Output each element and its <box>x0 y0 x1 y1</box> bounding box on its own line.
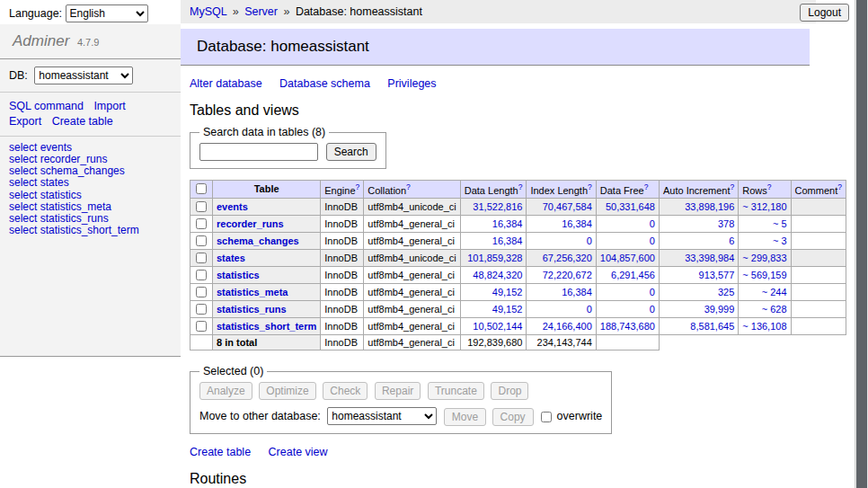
database-action-link[interactable]: Privileges <box>387 77 436 90</box>
data-length-link[interactable]: 101,859,328 <box>467 253 522 263</box>
sidebar-table-select-link[interactable]: select events <box>9 141 72 154</box>
sidebar-table-select-link[interactable]: select statistics_meta <box>9 200 111 213</box>
row-checkbox[interactable] <box>196 201 207 212</box>
row-checkbox[interactable] <box>196 270 207 280</box>
move-db-select[interactable]: homeassistant <box>327 407 437 425</box>
rows-count-link[interactable]: ~ 312,180 <box>742 201 786 212</box>
doc-link[interactable]: ? <box>644 182 649 191</box>
doc-link[interactable]: ? <box>518 182 523 191</box>
doc-link[interactable]: ? <box>767 182 772 191</box>
sidebar-link[interactable]: Export <box>9 115 41 128</box>
auto-increment-link[interactable]: 6 <box>729 235 734 246</box>
data-free-link[interactable]: 0 <box>650 218 655 229</box>
breadcrumb-link-server[interactable]: Server <box>244 5 278 18</box>
breadcrumb-link-mysql[interactable]: MySQL <box>190 5 226 18</box>
sidebar-table-select-link[interactable]: select schema_changes <box>9 164 125 177</box>
scrollbar-thumb[interactable] <box>856 0 867 488</box>
scrollbar[interactable] <box>855 0 868 488</box>
row-checkbox[interactable] <box>196 253 207 263</box>
table-row: schema_changes InnoDB utf8mb4_general_ci… <box>190 232 846 249</box>
create-link[interactable]: Create view <box>269 446 328 458</box>
rows-count-link[interactable]: ~ 3 <box>773 235 787 246</box>
table-name-link[interactable]: statistics <box>217 270 260 280</box>
rows-count-link[interactable]: ~ 299,833 <box>742 253 786 263</box>
row-checkbox[interactable] <box>196 287 207 297</box>
auto-increment-link[interactable]: 39,999 <box>704 304 735 315</box>
row-checkbox[interactable] <box>196 218 207 229</box>
rows-count-link[interactable]: ~ 244 <box>762 287 787 297</box>
data-free-link[interactable]: 6,291,456 <box>611 270 655 280</box>
sidebar-table-select-link[interactable]: select recorder_runs <box>9 153 107 165</box>
rows-count-link[interactable]: ~ 5 <box>773 218 787 229</box>
data-length-link[interactable]: 16,384 <box>492 218 523 229</box>
data-free-link[interactable]: 0 <box>650 235 655 246</box>
data-free-link[interactable]: 0 <box>650 304 655 315</box>
bulk-action-button: Truncate <box>428 382 484 400</box>
index-length-link[interactable]: 16,384 <box>562 287 592 297</box>
data-length-link[interactable]: 16,384 <box>492 235 523 246</box>
row-checkbox[interactable] <box>196 321 207 332</box>
rows-count-link[interactable]: ~ 628 <box>762 304 787 315</box>
sidebar-table-select-link[interactable]: select states <box>9 176 69 189</box>
table-name-link[interactable]: statistics_meta <box>217 287 288 297</box>
select-all-checkbox[interactable] <box>196 183 207 194</box>
data-free-link[interactable]: 50,331,648 <box>606 201 655 212</box>
index-length-link[interactable]: 16,384 <box>562 218 592 229</box>
move-label: Move to other database: <box>199 410 321 422</box>
auto-increment-link[interactable]: 8,581,645 <box>690 321 734 332</box>
search-button[interactable]: Search <box>326 143 376 161</box>
index-length-link[interactable]: 72,220,672 <box>543 270 592 280</box>
auto-increment-link[interactable]: 378 <box>718 218 734 229</box>
sidebar-link[interactable]: Import <box>93 100 125 112</box>
index-length-link[interactable]: 0 <box>587 235 592 246</box>
table-name-link[interactable]: statistics_short_term <box>217 321 316 332</box>
doc-link[interactable]: ? <box>406 182 411 191</box>
auto-increment-link[interactable]: 913,577 <box>699 270 735 280</box>
sidebar-table-select-link[interactable]: select statistics_short_term <box>9 224 139 236</box>
search-input[interactable] <box>199 143 318 161</box>
database-action-link[interactable]: Database schema <box>279 77 370 90</box>
table-name-link[interactable]: recorder_runs <box>217 218 284 229</box>
data-free-link[interactable]: 188,743,680 <box>600 321 655 332</box>
rows-count-link[interactable]: ~ 569,159 <box>742 270 786 280</box>
sidebar-links: SQL command Import Export Create table <box>0 93 181 137</box>
table-row: statistics_runs InnoDB utf8mb4_general_c… <box>190 301 846 318</box>
auto-increment-link[interactable]: 33,898,196 <box>685 201 734 212</box>
index-length-link[interactable]: 70,467,584 <box>543 201 592 212</box>
data-length-link[interactable]: 48,824,320 <box>473 270 522 280</box>
table-name-link[interactable]: schema_changes <box>217 235 299 246</box>
database-action-link[interactable]: Alter database <box>190 77 262 90</box>
row-checkbox[interactable] <box>196 304 207 315</box>
data-free-link[interactable]: 0 <box>650 287 655 297</box>
data-free-link[interactable]: 104,857,600 <box>600 253 655 263</box>
table-name-link[interactable]: statistics_runs <box>217 304 287 315</box>
doc-link[interactable]: ? <box>356 182 360 191</box>
doc-link[interactable]: ? <box>731 182 735 191</box>
overwrite-checkbox[interactable] <box>541 412 552 422</box>
logout-button[interactable]: Logout <box>800 4 849 22</box>
sidebar-table-select-link[interactable]: select statistics_runs <box>9 212 109 225</box>
index-length-link[interactable]: 67,256,320 <box>543 253 592 263</box>
col-header-data-length: Data Length? <box>460 181 527 199</box>
sidebar-table-select-link[interactable]: select statistics <box>9 189 82 201</box>
db-select[interactable]: homeassistant <box>34 67 133 84</box>
create-link[interactable]: Create table <box>190 446 251 458</box>
language-select[interactable]: English <box>66 4 148 22</box>
sidebar-link[interactable]: SQL command <box>9 100 84 112</box>
data-length-link[interactable]: 10,502,144 <box>473 321 522 332</box>
table-name-link[interactable]: states <box>217 253 245 263</box>
sidebar-link[interactable]: Create table <box>52 115 113 128</box>
doc-link[interactable]: ? <box>837 182 842 191</box>
data-length-link[interactable]: 49,152 <box>492 287 523 297</box>
auto-increment-link[interactable]: 325 <box>718 287 734 297</box>
index-length-link[interactable]: 0 <box>587 304 592 315</box>
table-name-link[interactable]: events <box>217 201 248 212</box>
auto-increment-link[interactable]: 33,398,984 <box>685 253 734 263</box>
data-length-link[interactable]: 31,522,816 <box>473 201 522 212</box>
doc-link[interactable]: ? <box>588 182 592 191</box>
index-length-link[interactable]: 24,166,400 <box>543 321 592 332</box>
rows-count-link[interactable]: ~ 136,108 <box>742 321 786 332</box>
row-checkbox[interactable] <box>196 235 207 246</box>
search-fieldset: Search data in tables (8) Search <box>190 126 386 169</box>
data-length-link[interactable]: 49,152 <box>492 304 523 315</box>
